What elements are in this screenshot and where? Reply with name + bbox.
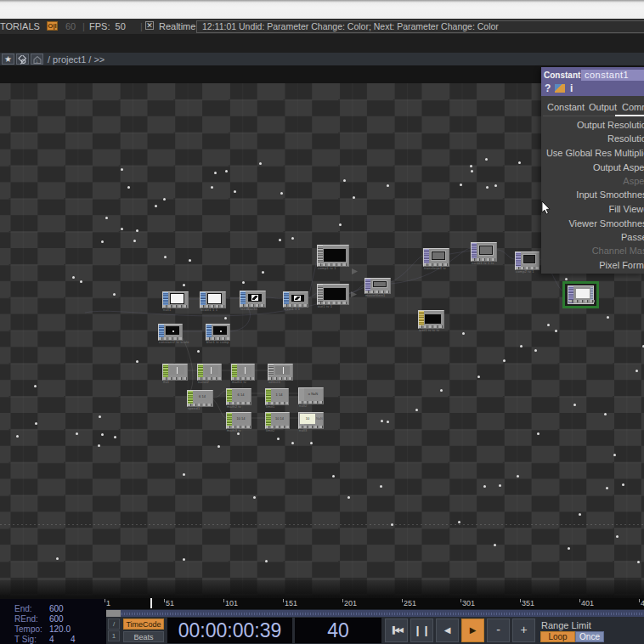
svg-text:1: 1 — [36, 59, 38, 64]
